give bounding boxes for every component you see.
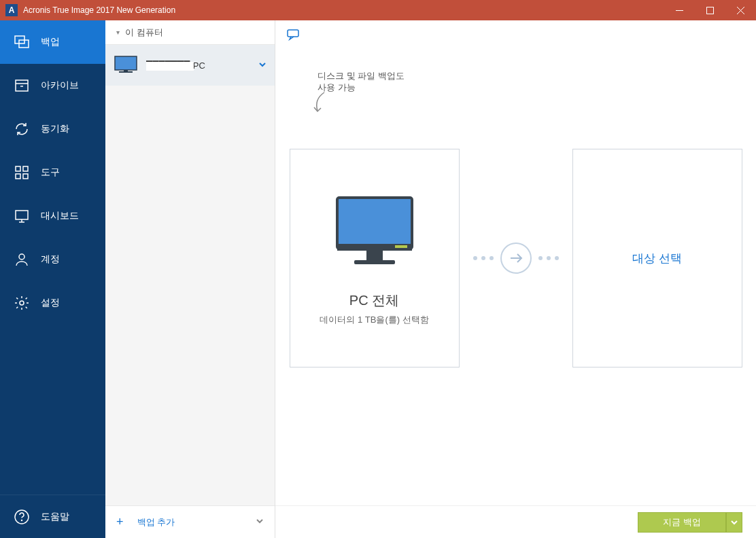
chevron-down-icon	[731, 519, 738, 526]
window-title: Acronis True Image 2017 New Generation	[23, 5, 664, 15]
sidebar-item-sync[interactable]: 동기화	[0, 107, 105, 151]
add-backup-button[interactable]: + 백업 추가	[105, 505, 275, 538]
collapse-chevron-icon: ▾	[116, 29, 120, 36]
main-panel: 디스크 및 파일 백업도 사용 가능	[275, 20, 756, 538]
dashboard-icon	[14, 208, 30, 224]
flow-indicator	[473, 243, 559, 274]
svg-point-19	[22, 520, 22, 520]
svg-rect-26	[395, 245, 407, 248]
destination-label: 대상 선택	[632, 251, 682, 266]
account-icon	[14, 251, 30, 268]
sidebar-item-account[interactable]: 계정	[0, 238, 105, 281]
computer-icon	[114, 55, 141, 75]
tools-icon	[14, 164, 30, 181]
sidebar-item-label: 도구	[41, 166, 60, 179]
comment-icon[interactable]	[286, 28, 300, 44]
svg-rect-24	[337, 198, 412, 249]
svg-rect-13	[16, 211, 28, 219]
svg-rect-9	[16, 166, 20, 171]
sidebar-item-label: 도움말	[41, 511, 69, 523]
sidebar: 백업 아카이브 동기화 도구 대시보드 계정	[0, 20, 105, 538]
svg-point-17	[20, 301, 24, 305]
svg-point-16	[19, 254, 24, 259]
chevron-down-icon[interactable]	[258, 59, 267, 71]
sidebar-item-label: 동기화	[41, 123, 69, 135]
svg-rect-22	[124, 70, 128, 72]
sidebar-item-archive[interactable]: 아카이브	[0, 64, 105, 107]
add-backup-label: 백업 추가	[137, 516, 256, 528]
sidebar-item-tools[interactable]: 도구	[0, 151, 105, 194]
backup-source-card[interactable]: PC 전체 데이터의 1 TB을(를) 선택함	[290, 149, 460, 367]
sidebar-item-backup[interactable]: 백업	[0, 20, 105, 64]
app-logo-icon: A	[5, 4, 18, 16]
sidebar-item-label: 대시보드	[41, 210, 79, 222]
svg-rect-11	[16, 174, 20, 179]
close-button[interactable]	[725, 0, 756, 20]
secondary-header-label: 이 컴퓨터	[125, 26, 163, 39]
svg-rect-28	[354, 260, 395, 264]
minimize-button[interactable]	[664, 0, 695, 20]
source-subtitle: 데이터의 1 TB을(를) 선택함	[320, 314, 428, 326]
backup-list-item[interactable]: ███████-PC	[105, 45, 275, 86]
plus-icon: +	[116, 515, 124, 529]
sidebar-item-label: 백업	[41, 36, 60, 48]
backup-now-dropdown[interactable]	[726, 512, 742, 533]
svg-rect-23	[288, 30, 298, 37]
sidebar-item-label: 아카이브	[41, 79, 79, 92]
archive-icon	[14, 77, 30, 94]
monitor-icon	[327, 191, 422, 275]
help-icon	[14, 509, 30, 525]
secondary-header[interactable]: ▾ 이 컴퓨터	[105, 20, 275, 45]
svg-rect-27	[366, 251, 383, 260]
settings-icon	[14, 295, 30, 311]
sidebar-item-label: 설정	[41, 297, 60, 309]
hint-arrow-icon	[311, 89, 331, 116]
backup-item-name: ███████-PC	[146, 60, 258, 71]
svg-rect-1	[707, 7, 714, 14]
backup-destination-card[interactable]: 대상 선택	[572, 149, 742, 367]
svg-rect-10	[23, 166, 28, 171]
flow-dots-icon	[538, 256, 543, 260]
chevron-down-icon[interactable]	[256, 517, 264, 527]
sidebar-item-settings[interactable]: 설정	[0, 281, 105, 325]
sidebar-item-dashboard[interactable]: 대시보드	[0, 194, 105, 238]
sync-icon	[14, 121, 30, 137]
flow-arrow-icon	[500, 243, 532, 274]
titlebar: A Acronis True Image 2017 New Generation	[0, 0, 756, 20]
secondary-panel: ▾ 이 컴퓨터 ███████-PC + 백업 추가	[105, 20, 275, 538]
svg-rect-6	[16, 80, 28, 91]
maximize-button[interactable]	[695, 0, 725, 20]
backup-icon	[14, 34, 30, 50]
sidebar-item-help[interactable]: 도움말	[0, 495, 105, 538]
source-title: PC 전체	[349, 291, 399, 310]
svg-rect-20	[115, 56, 137, 70]
svg-rect-12	[23, 174, 28, 179]
flow-dots-icon	[473, 256, 477, 260]
sidebar-item-label: 계정	[41, 253, 60, 266]
backup-now-button[interactable]: 지금 백업	[638, 512, 726, 533]
